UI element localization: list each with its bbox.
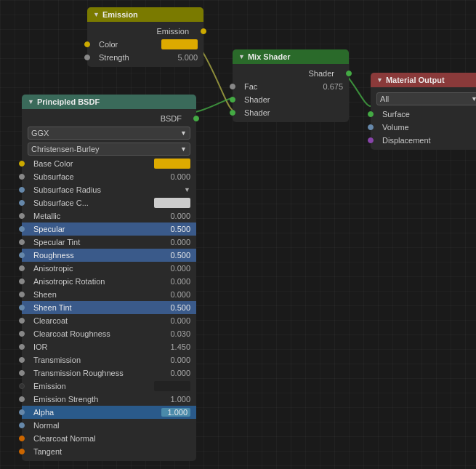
transmission-roughness-socket	[19, 370, 25, 376]
specular-tint-socket	[19, 239, 25, 245]
emission-node: ▼ Emission Emission Color Strength 5.000	[87, 7, 203, 67]
transmission-value: 0.000	[161, 356, 190, 364]
anisotropic-row: Anisotropic 0.000	[22, 262, 196, 275]
anisotropic-socket	[19, 265, 25, 271]
material-output-dropdown-value: All	[380, 95, 389, 103]
material-output-dropdown[interactable]: All ▼	[376, 92, 476, 105]
emission-input-socket	[19, 383, 25, 389]
base-color-bar[interactable]	[154, 159, 190, 169]
roughness-socket[interactable]	[19, 252, 25, 258]
clearcoat-normal-row: Clearcoat Normal	[22, 432, 196, 445]
mix-shader-fac-row: Fac 0.675	[233, 80, 349, 93]
base-color-label: Base Color	[33, 159, 154, 168]
material-output-volume-row: Volume	[371, 121, 476, 134]
base-color-row: Base Color	[22, 157, 196, 170]
specular-socket[interactable]	[19, 226, 25, 232]
emission-strength-input-value: 1.000	[161, 395, 190, 404]
subsurface-value: 0.000	[161, 172, 190, 181]
subsurface-label: Subsurface	[33, 172, 161, 181]
material-output-surface-socket[interactable]	[368, 111, 374, 117]
tangent-socket[interactable]	[19, 449, 25, 454]
emission-output-socket[interactable]	[201, 28, 206, 34]
anisotropic-label: Anisotropic	[33, 264, 161, 273]
emission-color-row: Color	[87, 38, 203, 51]
transmission-roughness-label: Transmission Roughness	[33, 369, 161, 377]
metallic-row: Metallic 0.000	[22, 209, 196, 223]
emission-strength-input-row: Emission Strength 1.000	[22, 393, 196, 406]
material-output-displacement-socket[interactable]	[368, 137, 374, 143]
material-output-surface-label: Surface	[382, 110, 476, 119]
alpha-socket[interactable]	[19, 409, 25, 415]
emission-color-input-bar[interactable]	[154, 381, 190, 391]
sheen-socket	[19, 292, 25, 297]
subsurface-c-label: Subsurface C...	[33, 199, 154, 207]
mix-shader-shader1-socket[interactable]	[230, 97, 235, 103]
subsurface-row: Subsurface 0.000	[22, 170, 196, 183]
mix-shader-shader2-label: Shader	[244, 108, 343, 117]
bsdf-output-label: BSDF	[28, 114, 190, 123]
christensen-value: Christensen-Burley	[31, 145, 100, 153]
mix-shader-output-label: Shader	[238, 69, 343, 78]
emission-strength-socket	[84, 55, 90, 60]
subsurface-c-socket[interactable]	[19, 200, 25, 206]
specular-value: 0.500	[161, 225, 190, 233]
material-output-surface-row: Surface	[371, 108, 476, 121]
mix-shader-shader2-row: Shader	[233, 106, 349, 119]
base-color-socket[interactable]	[19, 161, 25, 167]
transmission-roughness-value: 0.000	[161, 369, 190, 377]
material-output-dropdown-arrow: ▼	[471, 95, 476, 103]
emission-title: Emission	[102, 10, 138, 19]
bsdf-output-socket[interactable]	[193, 116, 199, 121]
mix-shader-fac-value: 0.675	[314, 82, 343, 91]
specular-label: Specular	[33, 225, 161, 233]
emission-strength-row: Strength 5.000	[87, 51, 203, 64]
emission-collapse-arrow[interactable]: ▼	[93, 11, 100, 18]
metallic-socket	[19, 213, 25, 219]
ggx-dropdown-row: GGX ▼	[22, 125, 196, 141]
anisotropic-rotation-row: Anisotropic Rotation 0.000	[22, 275, 196, 288]
ior-row: IOR 1.450	[22, 340, 196, 353]
subsurface-c-row: Subsurface C...	[22, 196, 196, 209]
ggx-dropdown[interactable]: GGX ▼	[28, 127, 190, 140]
roughness-row: Roughness 0.500	[22, 249, 196, 262]
ior-label: IOR	[33, 342, 161, 351]
alpha-value: 1.000	[161, 408, 190, 417]
emission-color-socket[interactable]	[84, 41, 90, 47]
mix-shader-output-socket[interactable]	[346, 71, 352, 76]
sheen-tint-socket[interactable]	[19, 305, 25, 310]
subsurface-radius-socket[interactable]	[19, 187, 25, 193]
clearcoat-normal-socket[interactable]	[19, 436, 25, 441]
material-output-volume-socket[interactable]	[368, 124, 374, 130]
alpha-row: Alpha 1.000	[22, 406, 196, 419]
principled-bsdf-collapse-arrow[interactable]: ▼	[28, 98, 34, 105]
sheen-tint-value: 0.500	[161, 303, 190, 312]
normal-socket[interactable]	[19, 422, 25, 428]
principled-bsdf-node: ▼ Principled BSDF BSDF GGX ▼ Christensen…	[22, 95, 196, 461]
mix-shader-fac-socket	[230, 84, 235, 89]
mix-shader-shader1-row: Shader	[233, 93, 349, 106]
subsurface-radius-label: Subsurface Radius	[33, 185, 184, 194]
material-output-title: Material Output	[386, 76, 445, 84]
metallic-label: Metallic	[33, 212, 161, 220]
tangent-row: Tangent	[22, 445, 196, 458]
mix-shader-collapse-arrow[interactable]: ▼	[238, 53, 245, 60]
metallic-value: 0.000	[161, 212, 190, 220]
material-output-displacement-label: Displacement	[382, 136, 476, 145]
specular-row: Specular 0.500	[22, 223, 196, 236]
material-output-volume-label: Volume	[382, 123, 476, 132]
anisotropic-rotation-value: 0.000	[161, 277, 190, 286]
material-output-collapse-arrow[interactable]: ▼	[376, 76, 383, 84]
anisotropic-rotation-socket	[19, 278, 25, 284]
christensen-dropdown[interactable]: Christensen-Burley ▼	[28, 143, 190, 156]
specular-tint-label: Specular Tint	[33, 238, 161, 246]
sheen-tint-label: Sheen Tint	[33, 303, 161, 312]
roughness-value: 0.500	[161, 251, 190, 260]
mix-shader-shader2-socket[interactable]	[230, 110, 235, 116]
emission-color-bar[interactable]	[161, 39, 198, 49]
transmission-socket	[19, 357, 25, 363]
christensen-arrow-icon: ▼	[180, 145, 187, 153]
subsurface-c-bar[interactable]	[154, 198, 190, 208]
subsurface-radius-arrow: ▼	[184, 186, 190, 193]
sheen-tint-row: Sheen Tint 0.500	[22, 301, 196, 314]
transmission-roughness-row: Transmission Roughness 0.000	[22, 366, 196, 380]
